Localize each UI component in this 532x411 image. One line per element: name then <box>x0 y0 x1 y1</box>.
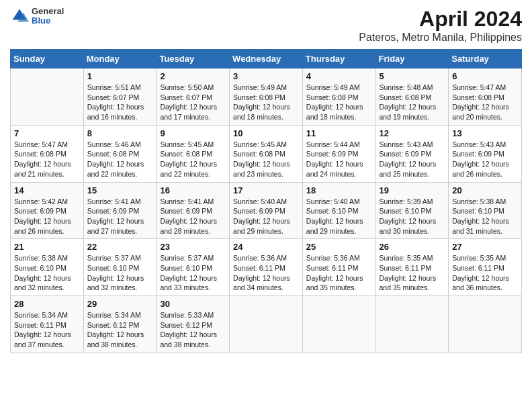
day-info: Sunrise: 5:51 AMSunset: 6:07 PMDaylight:… <box>87 83 153 122</box>
calendar-cell: 5Sunrise: 5:48 AMSunset: 6:08 PMDaylight… <box>375 68 449 126</box>
day-number: 11 <box>306 128 372 138</box>
day-info: Sunrise: 5:49 AMSunset: 6:08 PMDaylight:… <box>233 83 299 122</box>
day-info: Sunrise: 5:49 AMSunset: 6:08 PMDaylight:… <box>306 83 372 122</box>
day-info: Sunrise: 5:41 AMSunset: 6:09 PMDaylight:… <box>160 197 226 236</box>
calendar-cell: 3Sunrise: 5:49 AMSunset: 6:08 PMDaylight… <box>230 68 303 126</box>
calendar-cell: 19Sunrise: 5:39 AMSunset: 6:10 PMDayligh… <box>375 182 449 239</box>
calendar-cell: 20Sunrise: 5:38 AMSunset: 6:10 PMDayligh… <box>449 182 522 239</box>
day-number: 21 <box>14 242 80 252</box>
calendar-cell: 2Sunrise: 5:50 AMSunset: 6:07 PMDaylight… <box>157 68 230 126</box>
day-number: 12 <box>380 128 445 138</box>
weekday-header: Thursday <box>302 50 375 68</box>
calendar-cell: 21Sunrise: 5:38 AMSunset: 6:10 PMDayligh… <box>11 239 84 296</box>
day-number: 6 <box>452 71 518 81</box>
day-number: 25 <box>306 242 372 252</box>
day-info: Sunrise: 5:36 AMSunset: 6:11 PMDaylight:… <box>233 253 299 293</box>
calendar-cell <box>230 296 303 353</box>
calendar-cell: 12Sunrise: 5:43 AMSunset: 6:09 PMDayligh… <box>375 125 449 182</box>
day-info: Sunrise: 5:34 AMSunset: 6:12 PMDaylight:… <box>87 310 153 350</box>
day-info: Sunrise: 5:41 AMSunset: 6:09 PMDaylight:… <box>87 197 153 236</box>
day-number: 29 <box>87 299 153 309</box>
title-block: April 2024 Pateros, Metro Manila, Philip… <box>359 7 522 44</box>
calendar-cell: 28Sunrise: 5:34 AMSunset: 6:11 PMDayligh… <box>11 296 84 353</box>
calendar-cell: 18Sunrise: 5:40 AMSunset: 6:10 PMDayligh… <box>302 182 375 239</box>
logo-text: General Blue <box>32 7 64 26</box>
calendar-header: SundayMondayTuesdayWednesdayThursdayFrid… <box>11 50 522 68</box>
weekday-row: SundayMondayTuesdayWednesdayThursdayFrid… <box>11 50 522 68</box>
calendar-cell: 23Sunrise: 5:37 AMSunset: 6:10 PMDayligh… <box>157 239 230 296</box>
calendar-cell: 15Sunrise: 5:41 AMSunset: 6:09 PMDayligh… <box>83 182 157 239</box>
calendar-cell: 11Sunrise: 5:44 AMSunset: 6:09 PMDayligh… <box>302 125 375 182</box>
day-info: Sunrise: 5:43 AMSunset: 6:09 PMDaylight:… <box>452 140 518 179</box>
weekday-header: Friday <box>375 50 449 68</box>
weekday-header: Wednesday <box>230 50 303 68</box>
calendar-cell: 10Sunrise: 5:45 AMSunset: 6:08 PMDayligh… <box>230 125 303 182</box>
calendar-subtitle: Pateros, Metro Manila, Philippines <box>359 32 522 44</box>
day-number: 22 <box>87 242 153 252</box>
day-info: Sunrise: 5:47 AMSunset: 6:08 PMDaylight:… <box>14 140 80 179</box>
day-number: 30 <box>160 299 226 309</box>
day-number: 2 <box>160 71 226 81</box>
day-info: Sunrise: 5:47 AMSunset: 6:08 PMDaylight:… <box>452 83 518 122</box>
calendar-cell: 8Sunrise: 5:46 AMSunset: 6:08 PMDaylight… <box>83 125 157 182</box>
day-info: Sunrise: 5:33 AMSunset: 6:12 PMDaylight:… <box>160 310 226 350</box>
day-number: 18 <box>306 185 372 195</box>
calendar-cell <box>11 68 84 126</box>
weekday-header: Monday <box>83 50 157 68</box>
calendar-body: 1Sunrise: 5:51 AMSunset: 6:07 PMDaylight… <box>11 68 522 353</box>
calendar-cell: 30Sunrise: 5:33 AMSunset: 6:12 PMDayligh… <box>157 296 230 353</box>
day-info: Sunrise: 5:36 AMSunset: 6:11 PMDaylight:… <box>306 253 372 293</box>
day-number: 15 <box>87 185 153 195</box>
calendar-cell: 6Sunrise: 5:47 AMSunset: 6:08 PMDaylight… <box>449 68 522 126</box>
day-info: Sunrise: 5:34 AMSunset: 6:11 PMDaylight:… <box>14 310 80 350</box>
day-number: 4 <box>306 71 372 81</box>
day-number: 8 <box>87 128 153 138</box>
day-number: 10 <box>233 128 299 138</box>
calendar-cell <box>375 296 449 353</box>
day-info: Sunrise: 5:43 AMSunset: 6:09 PMDaylight:… <box>380 140 445 179</box>
day-info: Sunrise: 5:40 AMSunset: 6:09 PMDaylight:… <box>233 197 299 236</box>
day-number: 26 <box>380 242 445 252</box>
day-info: Sunrise: 5:46 AMSunset: 6:08 PMDaylight:… <box>87 140 153 179</box>
day-number: 13 <box>452 128 518 138</box>
day-number: 16 <box>160 185 226 195</box>
calendar-week-row: 21Sunrise: 5:38 AMSunset: 6:10 PMDayligh… <box>11 239 522 296</box>
day-info: Sunrise: 5:37 AMSunset: 6:10 PMDaylight:… <box>87 253 153 293</box>
day-info: Sunrise: 5:45 AMSunset: 6:08 PMDaylight:… <box>160 140 226 179</box>
calendar-cell: 25Sunrise: 5:36 AMSunset: 6:11 PMDayligh… <box>302 239 375 296</box>
calendar-cell: 24Sunrise: 5:36 AMSunset: 6:11 PMDayligh… <box>230 239 303 296</box>
day-info: Sunrise: 5:40 AMSunset: 6:10 PMDaylight:… <box>306 197 372 236</box>
calendar-cell: 13Sunrise: 5:43 AMSunset: 6:09 PMDayligh… <box>449 125 522 182</box>
page-header: General Blue April 2024 Pateros, Metro M… <box>10 7 522 44</box>
day-number: 7 <box>14 128 80 138</box>
day-info: Sunrise: 5:38 AMSunset: 6:10 PMDaylight:… <box>14 253 80 293</box>
calendar-cell <box>302 296 375 353</box>
day-number: 14 <box>14 185 80 195</box>
calendar-cell: 16Sunrise: 5:41 AMSunset: 6:09 PMDayligh… <box>157 182 230 239</box>
day-number: 5 <box>380 71 445 81</box>
day-info: Sunrise: 5:50 AMSunset: 6:07 PMDaylight:… <box>160 83 226 122</box>
day-info: Sunrise: 5:38 AMSunset: 6:10 PMDaylight:… <box>452 197 518 236</box>
calendar-week-row: 1Sunrise: 5:51 AMSunset: 6:07 PMDaylight… <box>11 68 522 126</box>
calendar-week-row: 28Sunrise: 5:34 AMSunset: 6:11 PMDayligh… <box>11 296 522 353</box>
day-number: 28 <box>14 299 80 309</box>
logo-general: General <box>32 7 64 16</box>
day-number: 20 <box>452 185 518 195</box>
logo: General Blue <box>10 7 64 26</box>
logo-blue: Blue <box>32 16 64 26</box>
calendar-cell: 27Sunrise: 5:35 AMSunset: 6:11 PMDayligh… <box>449 239 522 296</box>
calendar-title: April 2024 <box>359 7 522 32</box>
calendar-cell: 29Sunrise: 5:34 AMSunset: 6:12 PMDayligh… <box>83 296 157 353</box>
day-info: Sunrise: 5:48 AMSunset: 6:08 PMDaylight:… <box>380 83 445 122</box>
calendar-table: SundayMondayTuesdayWednesdayThursdayFrid… <box>10 49 522 353</box>
day-number: 24 <box>233 242 299 252</box>
day-info: Sunrise: 5:35 AMSunset: 6:11 PMDaylight:… <box>380 253 445 293</box>
weekday-header: Tuesday <box>157 50 230 68</box>
calendar-cell <box>449 296 522 353</box>
calendar-cell: 22Sunrise: 5:37 AMSunset: 6:10 PMDayligh… <box>83 239 157 296</box>
day-number: 1 <box>87 71 153 81</box>
calendar-cell: 17Sunrise: 5:40 AMSunset: 6:09 PMDayligh… <box>230 182 303 239</box>
day-number: 23 <box>160 242 226 252</box>
calendar-cell: 26Sunrise: 5:35 AMSunset: 6:11 PMDayligh… <box>375 239 449 296</box>
calendar-cell: 14Sunrise: 5:42 AMSunset: 6:09 PMDayligh… <box>11 182 84 239</box>
